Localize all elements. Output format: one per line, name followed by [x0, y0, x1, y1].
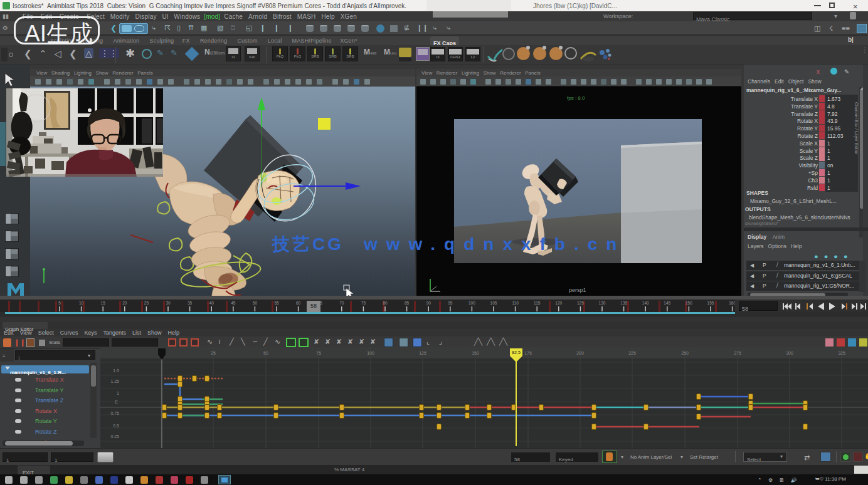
svg-text:58: 58	[310, 303, 317, 309]
svg-text:135: 135	[620, 301, 627, 305]
svg-text:140: 140	[642, 301, 649, 305]
svg-text:115: 115	[534, 301, 541, 305]
svg-text:125: 125	[577, 301, 584, 305]
svg-text:40: 40	[209, 301, 214, 305]
svg-text:55: 55	[274, 301, 279, 305]
svg-text:1.5: 1.5	[113, 368, 119, 373]
svg-text:90: 90	[426, 301, 431, 305]
svg-text:80: 80	[383, 301, 388, 305]
svg-text:200: 200	[576, 351, 584, 355]
svg-text:130: 130	[599, 301, 606, 305]
svg-text:0.75: 0.75	[110, 411, 119, 415]
svg-text:50: 50	[263, 351, 268, 355]
svg-text:125: 125	[419, 351, 426, 355]
svg-text:10: 10	[79, 301, 84, 305]
svg-text:25: 25	[211, 351, 216, 355]
svg-text:82.5: 82.5	[512, 350, 521, 355]
svg-text:150: 150	[472, 351, 479, 355]
svg-text:0.5: 0.5	[113, 424, 119, 428]
svg-text:50: 50	[253, 301, 258, 305]
svg-text:100: 100	[468, 301, 475, 305]
svg-text:45: 45	[231, 301, 236, 305]
svg-text:275: 275	[734, 351, 741, 355]
svg-text:155: 155	[707, 301, 714, 305]
svg-text:145: 145	[664, 301, 670, 305]
svg-text:75: 75	[316, 351, 321, 355]
svg-text:225: 225	[628, 351, 636, 355]
svg-text:150: 150	[685, 301, 692, 305]
svg-text:250: 250	[681, 351, 689, 355]
svg-text:1.25: 1.25	[110, 379, 119, 383]
svg-text:120: 120	[555, 301, 562, 305]
svg-text:20: 20	[122, 301, 127, 305]
svg-text:325: 325	[838, 351, 845, 355]
svg-text:0.25: 0.25	[110, 434, 119, 439]
svg-text:100: 100	[367, 351, 374, 355]
svg-text:15: 15	[101, 301, 106, 305]
svg-text:E: E	[115, 400, 118, 404]
svg-text:160: 160	[729, 301, 735, 305]
svg-text:85: 85	[405, 301, 410, 305]
svg-text:110: 110	[512, 301, 519, 305]
svg-text:300: 300	[786, 351, 793, 355]
svg-text:35: 35	[188, 301, 193, 305]
svg-text:95: 95	[448, 301, 453, 305]
svg-text:105: 105	[490, 301, 497, 305]
svg-text:75: 75	[361, 301, 366, 305]
svg-text:175: 175	[524, 351, 532, 355]
svg-text:70: 70	[339, 301, 344, 305]
svg-text:60: 60	[296, 301, 301, 305]
svg-text:5: 5	[58, 301, 61, 305]
svg-text:25: 25	[144, 301, 149, 305]
svg-text:30: 30	[166, 301, 171, 305]
svg-text:1: 1	[117, 391, 119, 395]
